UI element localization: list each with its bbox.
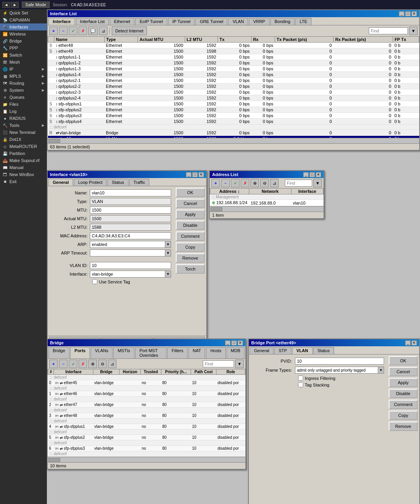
bridge-row[interactable]: ::: defconf	[48, 440, 245, 446]
iface-row[interactable]: ↕qsfpplus1-4 Ethernet 1500 1592 0 bps 0 …	[48, 72, 419, 78]
bp-comment-btn[interactable]: Comment	[389, 400, 418, 409]
close-addr[interactable]: ✕	[316, 172, 321, 177]
addr-paste-btn[interactable]: ⊖	[260, 179, 269, 187]
sidebar-item-mpls[interactable]: ▦ MPLS ▶	[0, 73, 47, 80]
col-rx-pkt[interactable]: Rx Packet (p/s)	[333, 37, 393, 43]
interface-input[interactable]	[90, 271, 165, 278]
sidebar-item-queues[interactable]: ≡ Queues	[0, 94, 47, 101]
arp-timeout-input[interactable]	[90, 249, 165, 256]
find-dropdown-btn[interactable]: ▼	[409, 27, 418, 35]
tab-bridge-mstis[interactable]: MSTIs	[113, 347, 134, 358]
iface-table-scroll[interactable]: Name Type Actual MTU L2 MTU Tx Rx Tx Pac…	[48, 36, 419, 138]
tab-bp-vlan[interactable]: VLAN	[292, 347, 313, 354]
bridge-row[interactable]: ::: defconf	[48, 451, 245, 457]
addr-remove-btn[interactable]: −	[221, 179, 230, 187]
bridge-paste-btn[interactable]: ⊖	[98, 360, 107, 368]
tab-bridge-hosts[interactable]: Hosts	[206, 347, 225, 358]
bridge-row[interactable]: 5 IH ⇄ sfp-sfpplus2 vlan-bridge no 80 10…	[48, 435, 245, 440]
bridge-find-input[interactable]	[203, 360, 234, 367]
addr-add-btn[interactable]: +	[211, 179, 220, 187]
sidebar-item-capsman[interactable]: 📡 CAPsMAN	[0, 16, 47, 23]
col-fp-tx[interactable]: FP Tx	[393, 37, 419, 43]
tab-vrrp[interactable]: VRRP	[249, 18, 270, 25]
iface-row[interactable]: S ↕sfp-sfpplus3 Ethernet 1500 1592 0 bps…	[48, 113, 419, 119]
iface-row[interactable]: ↕qsfpplus2-3 Ethernet 1500 1592 0 bps 0 …	[48, 89, 419, 95]
ingress-filtering-checkbox[interactable]	[298, 376, 303, 381]
bridge-row[interactable]: 3 IH ⇄ ether48 vlan-bridge no 80 10 disa…	[48, 413, 245, 419]
tab-ip-tunnel[interactable]: IP Tunnel	[168, 18, 195, 25]
copy-btn-detail[interactable]: Copy	[176, 242, 205, 252]
sidebar-item-metarouter[interactable]: ◇ MetaROUTER	[0, 143, 47, 150]
sidebar-item-system[interactable]: ⚙ System ▶	[0, 87, 47, 94]
arp-timeout-dd-btn[interactable]: ▼	[165, 249, 171, 256]
iface-row[interactable]: S ↕sfp-sfpplus2 Ethernet 1500 1592 0 bps…	[48, 107, 419, 113]
sidebar-item-switch[interactable]: 🔀 Switch	[0, 52, 47, 59]
tab-bridge-port-mst[interactable]: Port MST Overrides	[135, 347, 166, 358]
tab-ethernet[interactable]: Ethernet	[110, 18, 135, 25]
minimize-iface-detail[interactable]: _	[186, 172, 191, 177]
col-tx-pkt[interactable]: Tx Packet (p/s)	[275, 37, 334, 43]
close-iface-list[interactable]: ✕	[411, 11, 417, 16]
addr-row-0[interactable]: ⊕ 192.168.88.1/24 192.168.88.0 vlan10	[210, 200, 323, 206]
addr-enable-btn[interactable]: ✓	[231, 179, 239, 187]
iface-row[interactable]: ↕qsfpplus1-2 Ethernet 1500 1592 0 bps 0 …	[48, 60, 419, 66]
sidebar-item-wireless[interactable]: 📶 Wireless	[0, 30, 47, 37]
nav-fwd-btn[interactable]: ►	[11, 2, 19, 8]
bridge-row[interactable]: 4 IH ⇄ sfp-sfpplus1 vlan-bridge no 80 10…	[48, 424, 245, 429]
sidebar-item-log[interactable]: 📋 Log	[0, 108, 47, 115]
enable-btn[interactable]: ✓	[69, 27, 77, 35]
tab-bp-stp[interactable]: STP	[274, 347, 291, 354]
bridge-col-trusted[interactable]: Trusted	[141, 369, 161, 375]
bp-copy-btn[interactable]: Copy	[389, 411, 418, 420]
tab-bridge-ports[interactable]: Ports	[70, 347, 90, 358]
bridge-row[interactable]: 0 IH ⇄ ether45 vlan-bridge no 80 10 disa…	[48, 380, 245, 386]
col-name[interactable]: Name	[54, 37, 105, 43]
bridge-add-btn[interactable]: +	[49, 360, 58, 368]
remove-btn[interactable]: −	[59, 27, 68, 35]
vlan-id-input[interactable]	[90, 262, 171, 269]
tab-traffic[interactable]: Traffic	[129, 179, 150, 186]
iface-row[interactable]: ↕qsfpplus1-3 Ethernet 1500 1592 0 bps 0 …	[48, 66, 419, 72]
iface-row[interactable]: ↕qsfpplus2-2 Ethernet 1500 1592 0 bps 0 …	[48, 84, 419, 89]
mac-input[interactable]	[90, 232, 171, 239]
name-input[interactable]	[90, 189, 171, 196]
bp-remove-btn[interactable]: Remove	[389, 422, 418, 431]
tab-bp-general[interactable]: General	[250, 347, 273, 354]
bp-apply-btn[interactable]: Apply	[389, 378, 418, 387]
iface-row[interactable]: ↕qsfpplus1-1 Ethernet 1500 1592 0 bps 0 …	[48, 54, 419, 60]
maximize-iface-list[interactable]: □	[405, 11, 411, 16]
bridge-row[interactable]: ::: defconf	[48, 419, 245, 424]
tab-interface-list[interactable]: Interface List	[76, 18, 109, 25]
tab-bonding[interactable]: Bonding	[270, 18, 295, 25]
iface-row[interactable]: S ↕sfp-sfpplus1 Ethernet 1500 1592 0 bps…	[48, 101, 419, 107]
bp-disable-btn[interactable]: Disable	[389, 389, 418, 398]
actual-mtu-input[interactable]	[90, 215, 171, 222]
bridge-row[interactable]: ::: defconf	[48, 386, 245, 391]
sidebar-item-tools[interactable]: 🔨 Tools ▶	[0, 122, 47, 129]
tab-bridge-filters[interactable]: Filters	[167, 347, 188, 358]
bridge-row[interactable]: 2 IH ⇄ ether47 vlan-bridge no 80 10 disa…	[48, 402, 245, 408]
type-input[interactable]	[90, 198, 171, 205]
detect-internet-btn[interactable]: Detect Internet	[112, 27, 147, 35]
addr-disable-btn[interactable]: ✗	[241, 179, 249, 187]
bridge-col-interface[interactable]: Interface	[54, 369, 93, 375]
bridge-col-horizon[interactable]: Horizon	[120, 369, 141, 375]
tab-status[interactable]: Status	[107, 179, 128, 186]
tab-interface[interactable]: Interface	[48, 18, 75, 25]
remove-btn-detail[interactable]: Remove	[176, 253, 205, 263]
tab-lte[interactable]: LTE	[295, 18, 311, 25]
bridge-disable-btn[interactable]: ✗	[79, 360, 87, 368]
sidebar-item-partition[interactable]: 💾 Partition	[0, 150, 47, 157]
bp-ok-btn[interactable]: OK	[389, 356, 418, 365]
find-input[interactable]	[369, 27, 408, 34]
sidebar-item-ppp[interactable]: 🔧 PPP	[0, 45, 47, 52]
minimize-iface-list[interactable]: _	[399, 11, 404, 16]
minimize-bridge-port[interactable]: _	[405, 340, 411, 345]
bridge-col-priority[interactable]: Priority (h...	[161, 369, 191, 375]
minimize-addr[interactable]: _	[303, 172, 309, 177]
tab-bridge-vlans[interactable]: VLANs	[91, 347, 113, 358]
addr-col-interface[interactable]: Interface	[291, 189, 323, 194]
tab-general[interactable]: General	[48, 179, 73, 186]
sidebar-item-make-supout[interactable]: 📤 Make Supout.rif	[0, 157, 47, 164]
tag-stacking-checkbox[interactable]	[298, 382, 303, 387]
